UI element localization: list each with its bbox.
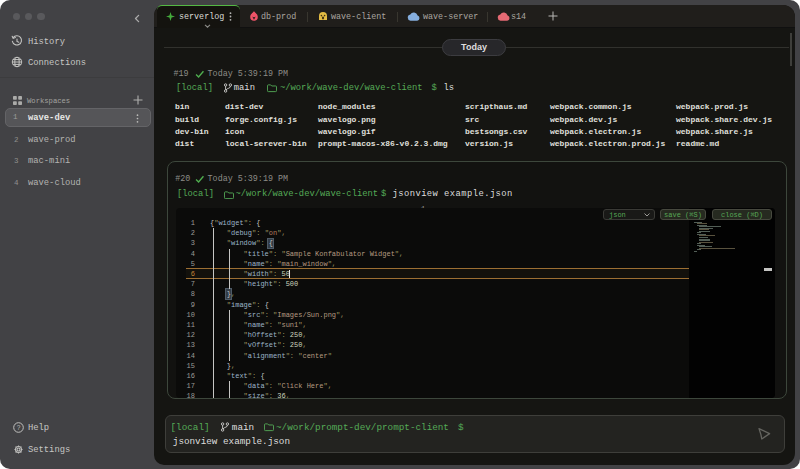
svg-text:?: ?	[17, 424, 21, 431]
